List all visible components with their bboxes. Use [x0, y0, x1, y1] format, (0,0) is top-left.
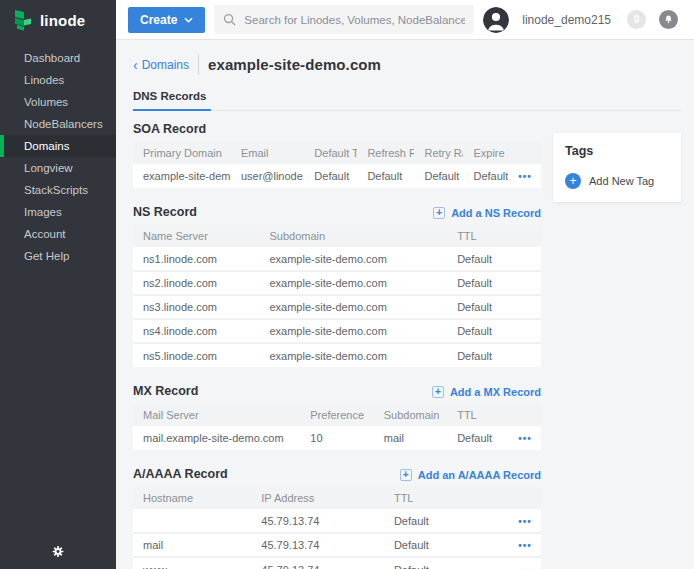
table-cell: example-site-demo.com: [259, 247, 447, 271]
table-header-row: Name ServerSubdomainTTL: [133, 225, 541, 247]
row-actions-button[interactable]: •••: [518, 434, 532, 444]
sidebar-item-linodes[interactable]: Linodes: [0, 69, 116, 91]
table-row: example-site-demo.comuser@linode.comDefa…: [133, 164, 541, 188]
bell-icon: [663, 14, 674, 25]
create-button[interactable]: Create: [128, 7, 205, 33]
breadcrumb-divider: [198, 54, 199, 75]
user-cluster: linode_demo215 0: [483, 7, 678, 33]
add-link-label: Add a MX Record: [450, 386, 541, 398]
ns-record-section: NS Record + Add a NS Record Name ServerS…: [133, 203, 541, 367]
row-actions-button[interactable]: •••: [518, 541, 532, 551]
table-header-row: Primary DomainEmailDefault TTLRefresh Ra…: [133, 142, 541, 164]
table-cell: Default: [447, 319, 541, 343]
sidebar-item-account[interactable]: Account: [0, 223, 116, 245]
column-header: Hostname: [133, 487, 251, 509]
table-header-row: HostnameIP AddressTTL: [133, 487, 541, 509]
sidebar-item-domains[interactable]: Domains: [0, 135, 116, 157]
table-cell: Default: [447, 343, 541, 367]
table-cell: 45.79.13.74: [251, 557, 384, 569]
table-cell: mail: [374, 426, 447, 450]
table-cell: Default: [447, 247, 541, 271]
search-input[interactable]: [244, 14, 465, 26]
column-header: TTL: [447, 404, 508, 426]
column-header-actions: [508, 487, 541, 509]
column-header: Default TTL: [304, 142, 357, 164]
table-cell: [133, 509, 251, 533]
sidebar-item-dashboard[interactable]: Dashboard: [0, 47, 116, 69]
table-row: 45.79.13.74Default•••: [133, 509, 541, 533]
tab-dns-records[interactable]: DNS Records: [133, 90, 211, 111]
avatar[interactable]: [483, 7, 509, 33]
sidebar-item-get-help[interactable]: Get Help: [0, 245, 116, 267]
records-column: SOA Record Primary DomainEmailDefault TT…: [133, 120, 541, 569]
mx-record-section: MX Record + Add a MX Record Mail ServerP…: [133, 382, 541, 450]
add-a-record-link[interactable]: + Add an A/AAAA Record: [400, 469, 541, 481]
table-cell: Default: [384, 533, 508, 557]
notifications-button[interactable]: [659, 10, 678, 29]
search-icon: [223, 13, 236, 26]
row-actions-button[interactable]: •••: [518, 566, 532, 569]
breadcrumb-back-link[interactable]: ‹ Domains: [133, 58, 189, 72]
table-cell-actions: •••: [508, 509, 541, 533]
table-cell: Default: [447, 271, 541, 295]
table-cell: ns3.linode.com: [133, 295, 259, 319]
top-header: Create linode_demo215: [116, 0, 694, 40]
table-header-row: Mail ServerPreferenceSubdomainTTL: [133, 404, 541, 426]
global-search[interactable]: [214, 5, 474, 34]
plus-square-icon: +: [433, 207, 445, 219]
row-actions-button[interactable]: •••: [518, 517, 532, 527]
page-title: example-site-demo.com: [208, 56, 381, 73]
sidebar-item-images[interactable]: Images: [0, 201, 116, 223]
column-header: Refresh Rate: [357, 142, 414, 164]
table-cell: example-site-demo.com: [259, 343, 447, 367]
username-menu[interactable]: linode_demo215: [522, 13, 611, 27]
gear-icon: [52, 546, 65, 561]
table-row: mail45.79.13.74Default•••: [133, 533, 541, 557]
sidebar: linode DashboardLinodesVolumesNodeBalanc…: [0, 0, 116, 569]
sidebar-item-nodebalancers[interactable]: NodeBalancers: [0, 113, 116, 135]
table-row: ns3.linode.comexample-site-demo.comDefau…: [133, 295, 541, 319]
add-link-label: Add a NS Record: [451, 207, 541, 219]
table-cell-actions: •••: [508, 557, 541, 569]
table-row: mail.example-site-demo.com10mailDefault•…: [133, 426, 541, 450]
tab-bar: DNS Records: [133, 90, 681, 111]
table-cell: mail.example-site-demo.com: [133, 426, 300, 450]
chevron-down-icon: [184, 17, 193, 23]
add-mx-record-link[interactable]: + Add a MX Record: [432, 386, 541, 398]
logo-text: linode: [40, 12, 85, 29]
add-new-tag-button[interactable]: + Add New Tag: [565, 173, 669, 189]
table-cell-actions: •••: [508, 533, 541, 557]
breadcrumb: ‹ Domains example-site-demo.com: [133, 54, 681, 75]
main-content: ‹ Domains example-site-demo.com DNS Reco…: [116, 40, 694, 569]
table-row: ns4.linode.comexample-site-demo.comDefau…: [133, 319, 541, 343]
column-header: Primary Domain: [133, 142, 231, 164]
breadcrumb-back-label: Domains: [142, 58, 189, 72]
table-cell: example-site-demo.com: [259, 295, 447, 319]
settings-gear-button[interactable]: [52, 545, 65, 558]
create-button-label: Create: [140, 13, 177, 27]
column-header: Retry Rate: [414, 142, 463, 164]
column-header: Subdomain: [259, 225, 447, 247]
table-cell: Default: [357, 164, 414, 188]
column-header-actions: [508, 142, 541, 164]
a-record-section: A/AAAA Record + Add an A/AAAA Record Hos…: [133, 465, 541, 569]
sidebar-item-volumes[interactable]: Volumes: [0, 91, 116, 113]
section-head: SOA Record: [133, 120, 541, 136]
row-actions-button[interactable]: •••: [518, 172, 532, 182]
event-count-badge[interactable]: 0: [627, 10, 646, 29]
column-header-actions: [508, 404, 541, 426]
table-cell: 10: [300, 426, 373, 450]
section-title: NS Record: [133, 205, 197, 219]
records-table: HostnameIP AddressTTL 45.79.13.74Default…: [133, 487, 541, 569]
linode-logo-icon: [13, 9, 33, 31]
sidebar-item-stackscripts[interactable]: StackScripts: [0, 179, 116, 201]
table-cell: example-site-demo.com: [259, 319, 447, 343]
add-link-label: Add an A/AAAA Record: [418, 469, 541, 481]
column-header: IP Address: [251, 487, 384, 509]
table-cell: Default: [414, 164, 463, 188]
add-ns-record-link[interactable]: + Add a NS Record: [433, 207, 541, 219]
column-header: TTL: [384, 487, 508, 509]
table-cell: ns2.linode.com: [133, 271, 259, 295]
linode-logo[interactable]: linode: [0, 0, 116, 40]
sidebar-item-longview[interactable]: Longview: [0, 157, 116, 179]
